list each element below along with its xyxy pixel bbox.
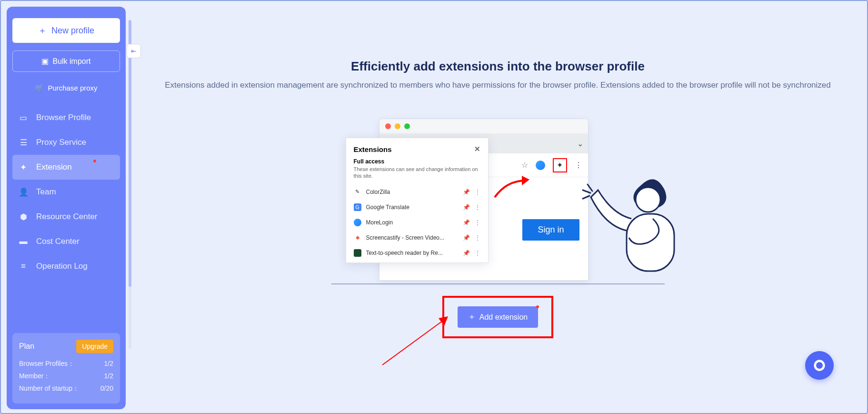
colorzilla-icon: ✎ bbox=[354, 188, 361, 196]
extension-row: MoreLogin 📌 ⋮ bbox=[346, 215, 488, 230]
plan-member-value: 1/2 bbox=[104, 372, 113, 381]
pin-icon: 📌 bbox=[463, 204, 470, 211]
sidebar-item-resource-center[interactable]: ⬢ Resource Center bbox=[12, 204, 120, 229]
wallet-icon: ▬ bbox=[19, 237, 28, 246]
sidebar-item-label: Cost Center bbox=[36, 237, 80, 246]
add-extension-label: Add extension bbox=[479, 313, 528, 322]
new-profile-label: New profile bbox=[51, 26, 94, 36]
pin-icon: 📌 bbox=[463, 250, 470, 256]
cube-icon: ⬢ bbox=[19, 212, 28, 221]
add-extension-highlight: ＋ Add extension bbox=[442, 296, 553, 338]
sidebar-item-label: Operation Log bbox=[36, 262, 88, 271]
extension-name: Google Translate bbox=[366, 204, 458, 211]
sidebar-item-team[interactable]: 👤 Team bbox=[12, 180, 120, 204]
illustration: ＋ ⌄ ☆ ✦ ⋮ Sign in ⋮ Extensions ✕ Full ac… bbox=[331, 119, 665, 290]
google-translate-icon: G bbox=[354, 203, 361, 211]
sidebar-item-label: Resource Center bbox=[36, 212, 98, 222]
signin-button-illustration: Sign in bbox=[522, 219, 579, 241]
extension-row: Text-to-speech reader by Re... 📌 ⋮ bbox=[346, 245, 488, 261]
plan-profiles-label: Browser Profiles： bbox=[19, 360, 74, 368]
list-icon: ≡ bbox=[19, 262, 28, 271]
svg-point-0 bbox=[636, 187, 660, 212]
sidebar-item-label: Extension bbox=[36, 162, 72, 172]
server-icon: ☰ bbox=[19, 138, 28, 147]
extension-name: MoreLogin bbox=[366, 219, 458, 226]
more-icon: ⋮ bbox=[475, 189, 480, 195]
more-icon: ⋮ bbox=[475, 250, 480, 256]
bulk-import-button[interactable]: ▣ Bulk import bbox=[12, 50, 120, 72]
sidebar: ＋ New profile ▣ Bulk import 🛒 Purchase p… bbox=[7, 7, 126, 409]
morelogin-icon bbox=[354, 219, 361, 226]
curved-arrow-icon bbox=[492, 171, 535, 200]
plan-startup-label: Number of startup： bbox=[19, 384, 79, 393]
sidebar-item-operation-log[interactable]: ≡ Operation Log bbox=[12, 254, 120, 279]
close-icon: ✕ bbox=[474, 145, 480, 153]
chevron-down-icon: ⌄ bbox=[577, 139, 583, 148]
window-icon: ▭ bbox=[19, 113, 28, 122]
scrollbar-track[interactable] bbox=[129, 20, 131, 349]
sidebar-item-label: Proxy Service bbox=[36, 138, 86, 147]
morelogin-icon bbox=[536, 161, 545, 170]
sidebar-item-cost-center[interactable]: ▬ Cost Center bbox=[12, 229, 120, 254]
add-extension-button[interactable]: ＋ Add extension bbox=[458, 306, 538, 328]
extension-row: G Google Translate 📌 ⋮ bbox=[346, 200, 488, 215]
star-icon: ☆ bbox=[521, 161, 528, 170]
page-subtitle: Extensions added in extension management… bbox=[165, 81, 831, 90]
new-profile-button[interactable]: ＋ New profile bbox=[12, 18, 120, 43]
purchase-proxy-label: Purchase proxy bbox=[48, 84, 97, 92]
extension-name: ColorZilla bbox=[366, 189, 458, 195]
cart-icon: 🛒 bbox=[35, 83, 44, 92]
chat-icon bbox=[813, 359, 826, 372]
plan-card: Plan Upgrade Browser Profiles： 1/2 Membe… bbox=[12, 333, 120, 404]
pin-icon: 📌 bbox=[463, 219, 470, 226]
notification-dot-icon bbox=[93, 160, 96, 162]
user-icon: 👤 bbox=[19, 188, 28, 196]
plus-icon: ＋ bbox=[38, 25, 47, 36]
more-icon: ⋮ bbox=[475, 219, 480, 226]
notification-dot-icon bbox=[536, 305, 539, 308]
tts-reader-icon bbox=[354, 249, 361, 257]
screencastify-icon: ◆ bbox=[354, 234, 361, 242]
traffic-light-green-icon bbox=[404, 123, 410, 129]
extension-name: Screencastify - Screen Video... bbox=[366, 234, 458, 241]
chat-fab-button[interactable] bbox=[805, 351, 834, 380]
plan-profiles-value: 1/2 bbox=[104, 360, 113, 368]
svg-line-2 bbox=[382, 320, 444, 365]
traffic-light-red-icon bbox=[385, 123, 391, 129]
more-icon: ⋮ bbox=[475, 204, 480, 211]
popup-description: These extensions can see and change info… bbox=[346, 165, 488, 184]
more-icon: ⋮ bbox=[475, 234, 480, 241]
extension-row: ✎ ColorZilla 📌 ⋮ bbox=[346, 184, 488, 200]
popup-title: Extensions bbox=[354, 145, 392, 153]
nav-list: ▭ Browser Profile ☰ Proxy Service ✦ Exte… bbox=[12, 105, 120, 279]
sidebar-item-browser-profile[interactable]: ▭ Browser Profile bbox=[12, 105, 120, 130]
extension-name: Text-to-speech reader by Re... bbox=[366, 250, 458, 256]
import-icon: ▣ bbox=[41, 57, 49, 66]
sidebar-item-label: Team bbox=[36, 187, 56, 197]
person-illustration-icon bbox=[574, 166, 688, 290]
extensions-icon-highlighted: ✦ bbox=[553, 158, 567, 172]
svg-point-4 bbox=[816, 362, 823, 369]
annotation-arrow-icon bbox=[378, 313, 454, 370]
extension-row: ◆ Screencastify - Screen Video... 📌 ⋮ bbox=[346, 230, 488, 245]
sidebar-item-proxy-service[interactable]: ☰ Proxy Service bbox=[12, 130, 120, 155]
illustration-baseline bbox=[331, 283, 665, 284]
puzzle-icon: ✦ bbox=[19, 163, 28, 172]
purchase-proxy-link[interactable]: 🛒 Purchase proxy bbox=[12, 79, 120, 105]
extensions-popup-illustration: Extensions ✕ Full access These extension… bbox=[346, 138, 489, 263]
page-title: Efficiently add extensions into the brow… bbox=[351, 59, 645, 74]
plus-icon: ＋ bbox=[468, 312, 476, 322]
upgrade-button[interactable]: Upgrade bbox=[76, 340, 113, 353]
pin-icon: 📌 bbox=[463, 189, 470, 195]
plan-title: Plan bbox=[19, 342, 34, 351]
pin-icon: 📌 bbox=[463, 234, 470, 241]
bulk-import-label: Bulk import bbox=[52, 57, 90, 66]
sidebar-item-label: Browser Profile bbox=[36, 113, 91, 122]
popup-fullaccess-label: Full access bbox=[346, 158, 488, 165]
sidebar-item-extension[interactable]: ✦ Extension bbox=[12, 155, 120, 180]
plan-startup-value: 0/20 bbox=[100, 384, 113, 393]
plan-member-label: Member： bbox=[19, 372, 50, 381]
scrollbar-thumb[interactable] bbox=[129, 20, 131, 287]
traffic-light-yellow-icon bbox=[395, 123, 400, 129]
main-content: Efficiently add extensions into the brow… bbox=[134, 7, 861, 407]
